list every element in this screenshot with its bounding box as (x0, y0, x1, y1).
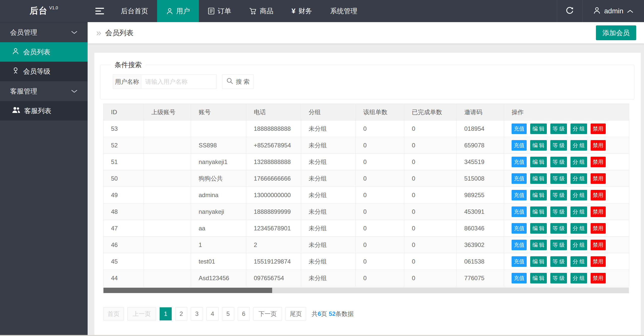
group-button[interactable]: 分 组 (570, 123, 587, 134)
disable-button[interactable]: 禁用 (591, 173, 606, 184)
page-number-6[interactable]: 6 (238, 307, 250, 320)
refresh-button[interactable] (557, 0, 582, 22)
add-member-button[interactable]: 添加会员 (596, 25, 636, 40)
edit-button[interactable]: 编 辑 (530, 173, 547, 184)
recharge-button[interactable]: 充值 (512, 240, 527, 250)
disable-button[interactable]: 禁用 (591, 256, 606, 267)
level-button[interactable]: 等 级 (550, 273, 567, 283)
level-button[interactable]: 等 级 (550, 173, 567, 184)
recharge-button[interactable]: 充值 (512, 206, 527, 217)
recharge-button[interactable]: 充值 (512, 256, 527, 267)
nav-item-label: 后台首页 (121, 7, 148, 16)
cell-phone: +8525678954 (246, 137, 301, 154)
nav-item-3[interactable]: 商品 (240, 0, 282, 22)
group-button[interactable]: 分 组 (570, 140, 587, 151)
edit-button[interactable]: 编 辑 (530, 157, 547, 167)
nav-item-label: 商品 (260, 7, 273, 16)
cell-id: 49 (103, 187, 144, 203)
recharge-button[interactable]: 充值 (512, 273, 527, 283)
level-button[interactable]: 等 级 (550, 256, 567, 267)
sidebar-group-1[interactable]: 客服管理 (0, 81, 88, 101)
navbar-right: admin (557, 0, 644, 22)
cell-group: 未分组 (301, 120, 356, 137)
table-row: 47aa12345678901未分组00860346充值编 辑等 级分 组禁用 (103, 220, 629, 237)
nav-item-4[interactable]: ¥财务 (282, 0, 321, 22)
page-number-1[interactable]: 1 (160, 307, 172, 320)
level-button[interactable]: 等 级 (550, 140, 567, 151)
recharge-button[interactable]: 充值 (512, 173, 527, 184)
level-button[interactable]: 等 级 (550, 157, 567, 167)
page-number-4[interactable]: 4 (206, 307, 219, 320)
edit-button[interactable]: 编 辑 (530, 223, 547, 234)
page-number-3[interactable]: 3 (191, 307, 203, 320)
group-button[interactable]: 分 组 (570, 256, 587, 267)
level-button[interactable]: 等 级 (550, 123, 567, 134)
level-button[interactable]: 等 级 (550, 190, 567, 200)
page-number-5[interactable]: 5 (222, 307, 234, 320)
recharge-button[interactable]: 充值 (512, 190, 527, 200)
edit-button[interactable]: 编 辑 (530, 206, 547, 217)
disable-button[interactable]: 禁用 (591, 273, 606, 283)
disable-button[interactable]: 禁用 (591, 206, 606, 217)
level-button[interactable]: 等 级 (550, 240, 567, 250)
cell-phone: 18888888888 (246, 120, 301, 137)
edit-button[interactable]: 编 辑 (530, 123, 547, 134)
recharge-button[interactable]: 充值 (512, 157, 527, 167)
app-title: 后台 (30, 5, 48, 17)
disable-button[interactable]: 禁用 (591, 157, 606, 167)
cell-phone: 2 (246, 237, 301, 253)
sidebar-group-0[interactable]: 会员管理 (0, 22, 88, 42)
admin-menu[interactable]: admin (583, 0, 644, 22)
sidebar-item-会员等级[interactable]: 会员等级 (0, 62, 88, 81)
nav-item-5[interactable]: 系统管理 (321, 0, 367, 22)
nav-item-0[interactable]: 后台首页 (112, 0, 157, 22)
cell-completed_orders: 0 (404, 170, 457, 187)
page-prev-button[interactable]: 上一页 (127, 307, 156, 320)
group-button[interactable]: 分 组 (570, 173, 587, 184)
page-number-2[interactable]: 2 (175, 307, 187, 320)
cell-phone: 12345678901 (246, 220, 301, 237)
group-button[interactable]: 分 组 (570, 157, 587, 167)
sidebar-item-会员列表[interactable]: 会员列表 (0, 42, 88, 62)
edit-button[interactable]: 编 辑 (530, 140, 547, 151)
search-button[interactable]: 搜 索 (222, 74, 254, 89)
username-input[interactable] (141, 74, 217, 89)
cell-parent (144, 170, 191, 187)
disable-button[interactable]: 禁用 (591, 240, 606, 250)
cell-group_orders: 0 (356, 237, 404, 253)
sidebar-toggle-button[interactable] (88, 0, 112, 22)
nav-item-1[interactable]: 用户 (157, 0, 199, 22)
sidebar-item-客服列表[interactable]: 客服列表 (0, 101, 88, 120)
edit-button[interactable]: 编 辑 (530, 273, 547, 283)
page-first-button[interactable]: 首页 (103, 307, 124, 320)
disable-button[interactable]: 禁用 (591, 123, 606, 134)
disable-button[interactable]: 禁用 (591, 140, 606, 151)
page-last-button[interactable]: 尾页 (285, 307, 306, 320)
recharge-button[interactable]: 充值 (512, 140, 527, 151)
level-button[interactable]: 等 级 (550, 206, 567, 217)
disable-button[interactable]: 禁用 (591, 223, 606, 234)
cell-group: 未分组 (301, 170, 356, 187)
group-button[interactable]: 分 组 (570, 223, 587, 234)
edit-button[interactable]: 编 辑 (530, 190, 547, 200)
group-button[interactable]: 分 组 (570, 273, 587, 283)
edit-button[interactable]: 编 辑 (530, 256, 547, 267)
recharge-button[interactable]: 充值 (512, 223, 527, 234)
cell-group_orders: 0 (356, 154, 404, 170)
cell-invite_code: 515008 (457, 170, 504, 187)
page-bottom-edge (0, 335, 644, 336)
recharge-button[interactable]: 充值 (512, 123, 527, 134)
disable-button[interactable]: 禁用 (591, 190, 606, 200)
page-next-button[interactable]: 下一页 (253, 307, 282, 320)
cell-actions: 充值编 辑等 级分 组禁用 (504, 137, 629, 154)
level-button[interactable]: 等 级 (550, 223, 567, 234)
cell-group_orders: 0 (356, 220, 404, 237)
edit-button[interactable]: 编 辑 (530, 240, 547, 250)
people-icon (12, 106, 20, 115)
app-logo: 后台 V1.0 (0, 0, 88, 22)
nav-item-2[interactable]: 订单 (199, 0, 240, 22)
group-button[interactable]: 分 组 (570, 206, 587, 217)
scrollbar-thumb[interactable] (103, 288, 272, 293)
group-button[interactable]: 分 组 (570, 240, 587, 250)
group-button[interactable]: 分 组 (570, 190, 587, 200)
